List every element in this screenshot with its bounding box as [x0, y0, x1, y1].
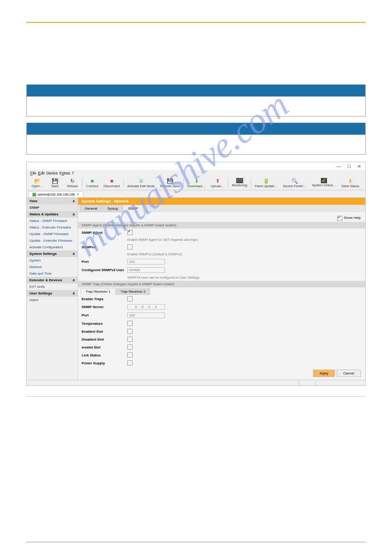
device-finder-icon: 🔍 [291, 178, 298, 184]
close-icon[interactable]: ✕ [357, 164, 361, 169]
workspace: View ∧ SNMP Status & Updates ∧ Status - … [27, 198, 365, 380]
upload-label: Upload… [211, 184, 224, 188]
reload-button[interactable]: ↻ Reload [64, 177, 81, 189]
save-status-button[interactable]: ⬇ Save Status [339, 177, 362, 189]
page-top-divider [26, 22, 366, 23]
chevron-up-icon: ∧ [72, 199, 75, 203]
sidebar-item-network[interactable]: Network [27, 264, 78, 270]
minimize-icon[interactable]: — [337, 164, 341, 169]
save-status-label: Save Status [342, 184, 359, 188]
tab-syslog[interactable]: Syslog [102, 205, 122, 212]
sidebar-item-status-ext-fw[interactable]: Status - Extender Firmware [27, 224, 78, 231]
title-bar: — ☐ ✕ [27, 162, 365, 170]
sidebar-section-system[interactable]: System Settings ∧ [27, 250, 78, 257]
temperature-label: Temperature [82, 322, 127, 326]
snmp-server-label: SNMP Server [82, 305, 127, 309]
sidebar-item-activate-config[interactable]: Activate Configuration [27, 244, 78, 250]
save-button[interactable]: 💾 Save [46, 177, 64, 189]
power-supply-checkbox[interactable] [127, 360, 133, 366]
sidebar-item-status-snmp-fw[interactable]: Status - SNMP Firmware [27, 218, 78, 224]
upload-button[interactable]: ⬆ Upload… [208, 177, 227, 189]
invalid-slot-label: Invalid Slot [82, 345, 127, 349]
sidebar-item-ext-units[interactable]: EXT Units [27, 283, 78, 290]
monitoring-button[interactable]: 〰 Monitoring [229, 177, 250, 189]
maximize-icon[interactable]: ☐ [347, 164, 351, 169]
connect-button[interactable]: ■ Connect [83, 177, 101, 189]
device-finder-button[interactable]: 🔍 Device Finder… [280, 177, 309, 189]
sidebar-section-view-label: View [29, 199, 37, 203]
document-tab[interactable]: admin@192.168.100.188 ✕ [29, 191, 83, 197]
status-segment-1 [298, 380, 316, 385]
sidebar-section-extender[interactable]: Extender & Devices ∧ [27, 277, 78, 283]
download-label: Download… [187, 184, 205, 188]
sidebar-section-view[interactable]: View ∧ [27, 198, 78, 204]
document-tab-row: admin@192.168.100.188 ✕ [27, 190, 365, 198]
system-check-label: System Check… [312, 183, 336, 187]
menu-help[interactable]: ? [72, 171, 74, 175]
system-check-button[interactable]: ✔ System Check… [309, 177, 339, 189]
invalid-slot-checkbox[interactable] [127, 345, 133, 350]
tab-close-icon[interactable]: ✕ [76, 192, 79, 196]
flash-update-label: Flash Update… [255, 184, 277, 188]
snmp-agent-checkbox[interactable] [127, 230, 133, 235]
remote-save-icon: 💾 [166, 178, 174, 184]
enable-traps-checkbox[interactable] [127, 296, 133, 301]
remote-save-button[interactable]: 💾 Remote Save [158, 177, 183, 189]
snmpv3-user-label: Configured SNMPv3 User [82, 268, 127, 272]
sub-tab-row: General Syslog SNMP [78, 205, 365, 212]
cancel-button[interactable]: Cancel [337, 370, 361, 377]
agent-port-input[interactable] [127, 259, 165, 265]
link-status-checkbox[interactable] [127, 352, 133, 358]
content-title: System Settings - Network [78, 198, 365, 205]
tab-trap-receiver-2[interactable]: Trap Receiver 2 [116, 288, 151, 295]
chevron-up-icon: ∧ [72, 278, 75, 282]
menu-file[interactable]: File [30, 171, 36, 175]
sidebar-item-users[interactable]: Users [27, 297, 78, 303]
show-help-row: Show Help [78, 212, 365, 222]
system-check-icon: ✔ [321, 178, 327, 183]
sidebar-item-snmp[interactable]: SNMP [27, 204, 78, 211]
snmpv3-user-input[interactable] [127, 267, 165, 273]
menu-extras[interactable]: Extras [59, 171, 70, 175]
show-help-checkbox[interactable] [337, 216, 342, 221]
sidebar-section-user[interactable]: User Settings ∧ [27, 290, 78, 297]
activate-edit-button[interactable]: 🖥 Activate Edit Mode [125, 177, 158, 189]
sidebar: View ∧ SNMP Status & Updates ∧ Status - … [27, 198, 78, 380]
disabled-slot-checkbox[interactable] [127, 337, 133, 342]
open-button[interactable]: 📂 Open… [29, 177, 46, 189]
snmpv3-checkbox[interactable] [127, 244, 133, 250]
disconnect-button[interactable]: ■ Disconnect [101, 177, 122, 189]
download-button[interactable]: ⬇ Download… [185, 177, 208, 189]
agent-port-label: Port [82, 260, 127, 264]
chevron-up-icon: ∧ [72, 291, 75, 295]
toolbar-separator [251, 178, 251, 188]
toolbar-separator [228, 178, 228, 188]
snmp-server-input[interactable] [127, 304, 165, 310]
menu-device[interactable]: Device [46, 171, 58, 175]
sidebar-item-system[interactable]: System [27, 257, 78, 264]
show-help-label: Show Help [344, 216, 361, 221]
trap-port-input[interactable] [127, 312, 165, 318]
sidebar-item-update-snmp-fw[interactable]: Update - SNMP Firmware [27, 231, 78, 237]
save-icon: 💾 [51, 178, 59, 184]
tab-snmp[interactable]: SNMP [123, 205, 143, 212]
sidebar-item-datetime[interactable]: Date and Time [27, 270, 78, 277]
snmp-agent-label: SNMP Agent [82, 231, 127, 235]
page-bottom-divider [26, 542, 366, 542]
apply-button[interactable]: Apply [313, 370, 335, 377]
link-status-label: Link Status [82, 353, 127, 357]
status-segment-2 [316, 380, 365, 385]
sidebar-section-status[interactable]: Status & Updates ∧ [27, 211, 78, 218]
trap-tab-row: Trap Receiver 1 Trap Receiver 2 [78, 287, 365, 295]
chevron-up-icon: ∧ [72, 212, 75, 216]
temperature-checkbox[interactable] [127, 321, 133, 326]
sidebar-item-update-ext-fw[interactable]: Update - Extender Firmware [27, 237, 78, 244]
connect-icon: ■ [88, 178, 96, 184]
enabled-slot-checkbox[interactable] [127, 329, 133, 334]
tab-trap-receiver-1[interactable]: Trap Receiver 1 [81, 288, 115, 295]
sidebar-section-extender-label: Extender & Devices [29, 278, 62, 282]
sidebar-section-system-label: System Settings [29, 252, 57, 256]
flash-update-button[interactable]: 🔋 Flash Update… [252, 177, 280, 189]
menu-edit[interactable]: Edit [38, 171, 45, 175]
tab-general[interactable]: General [80, 205, 102, 212]
